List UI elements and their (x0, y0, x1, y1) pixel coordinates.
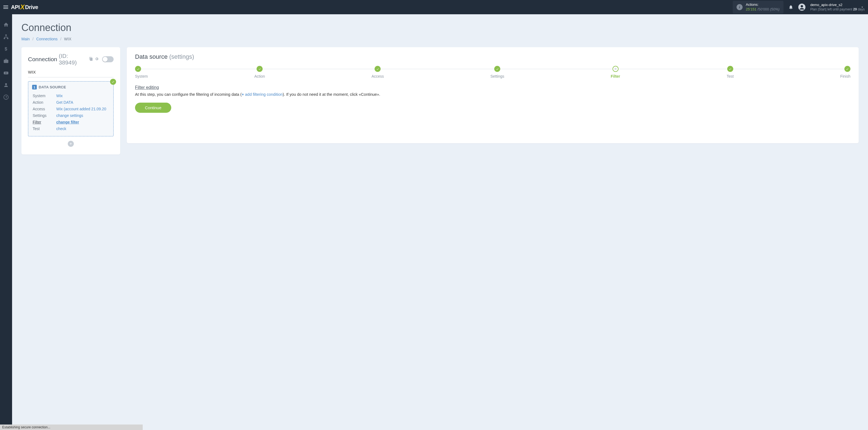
svg-text:$: $ (5, 47, 7, 52)
breadcrumb-connections[interactable]: Connections (36, 37, 58, 41)
user-block[interactable]: demo_apix-drive_s2 Plan |Start| left unt… (810, 3, 865, 11)
left-sidebar: $ ? (0, 14, 12, 162)
breadcrumb: Main / Connections / WIX (22, 37, 859, 41)
add-filter-link[interactable]: + add filtering condition (242, 92, 283, 97)
dollar-icon[interactable]: $ (0, 46, 12, 52)
bell-icon[interactable] (788, 5, 793, 10)
ds-row-test: Testcheck (33, 126, 109, 132)
page-title: Connection (22, 22, 859, 33)
actions-counter[interactable]: i Actions: 25'151 /50'000 (50%) (733, 1, 783, 13)
data-source-title: 1 DATA SOURCE (32, 85, 110, 89)
step-settings[interactable]: Settings (490, 66, 504, 79)
user-icon[interactable] (0, 82, 12, 88)
logo-api: API (11, 4, 20, 10)
logo-drive: Drive (25, 4, 38, 10)
settings-card-title: Data source (settings) (135, 53, 850, 60)
step-label: Settings (490, 74, 504, 79)
chevron-down-icon[interactable] (860, 5, 864, 9)
logo[interactable]: API X Drive (11, 3, 38, 11)
settings-card: Data source (settings) SystemActionAcces… (127, 47, 859, 143)
step-label: Finish (840, 74, 850, 79)
gear-icon[interactable] (95, 57, 99, 62)
ds-row-access: AccessWix (account added 21.09.20 (33, 106, 109, 112)
actions-pct: (50%) (770, 7, 780, 11)
ds-system-value[interactable]: Wix (56, 94, 63, 98)
sitemap-icon[interactable] (0, 34, 12, 39)
step-current-icon (613, 66, 619, 72)
connection-enable-toggle[interactable] (102, 56, 114, 62)
ds-action-value[interactable]: Get DATA (56, 100, 73, 104)
copy-icon[interactable] (89, 57, 93, 62)
svg-rect-2 (5, 35, 7, 36)
youtube-icon[interactable] (0, 70, 12, 76)
step-check-icon (375, 66, 381, 72)
stepper: SystemActionAccessSettingsFilterTestFini… (135, 66, 850, 79)
data-source-box[interactable]: 1 DATA SOURCE SystemWix ActionGet DATA A… (28, 81, 114, 136)
step-label: System (135, 74, 148, 79)
logo-x: X (20, 3, 25, 11)
step-test[interactable]: Test (727, 66, 734, 79)
step-check-icon (844, 66, 850, 72)
svg-point-7 (5, 83, 7, 85)
step-label: Action (254, 74, 265, 79)
avatar-icon[interactable] (798, 4, 805, 11)
step-check-icon (727, 66, 733, 72)
home-icon[interactable] (0, 22, 12, 27)
actions-sep: / (756, 7, 758, 11)
actions-limit: 50'000 (758, 7, 769, 11)
help-icon[interactable]: ? (0, 94, 12, 100)
step-label: Access (372, 74, 384, 79)
ds-row-settings: Settingschange settings (33, 113, 109, 119)
add-destination-button[interactable]: + (68, 141, 74, 147)
ds-filter-link[interactable]: change filter (56, 120, 79, 124)
connection-name[interactable]: WIX (28, 70, 114, 78)
connection-card: Connection (ID: 38949) WIX 1 DATA SOURCE… (22, 47, 120, 154)
section-description: At this step, you can configure the filt… (135, 92, 850, 98)
top-navbar: API X Drive i Actions: 25'151 /50'000 (5… (0, 0, 868, 14)
continue-button[interactable]: Continue (135, 103, 171, 113)
step-check-icon (135, 66, 141, 72)
ds-access-value[interactable]: Wix (account added 21.09.20 (56, 107, 109, 111)
connection-card-title: Connection (ID: 38949) (28, 53, 114, 66)
info-icon: i (737, 4, 743, 10)
svg-point-1 (801, 5, 803, 7)
section-title: Filter editing (135, 85, 850, 90)
step-action[interactable]: Action (254, 66, 265, 79)
svg-rect-3 (4, 38, 5, 39)
step-finish[interactable]: Finish (840, 66, 850, 79)
step-label: Test (727, 74, 734, 79)
breadcrumb-current: WIX (64, 37, 71, 41)
step-access[interactable]: Access (372, 66, 384, 79)
ds-row-filter: Filterchange filter (33, 119, 109, 125)
actions-used: 25'151 (746, 7, 756, 11)
data-source-number: 1 (32, 85, 37, 89)
step-check-icon (256, 66, 262, 72)
menu-toggle-icon[interactable] (3, 5, 8, 9)
svg-rect-4 (7, 38, 8, 39)
step-check-icon (494, 66, 500, 72)
ds-test-link[interactable]: check (56, 126, 66, 131)
main-area: Connection Main / Connections / WIX Conn… (12, 14, 868, 162)
actions-label: Actions: (746, 2, 780, 7)
ds-row-action: ActionGet DATA (33, 99, 109, 105)
step-system[interactable]: System (135, 66, 148, 79)
briefcase-icon[interactable] (0, 58, 12, 64)
plan-info: Plan |Start| left until payment 29 days (810, 7, 865, 12)
ds-settings-link[interactable]: change settings (56, 113, 83, 118)
breadcrumb-main[interactable]: Main (22, 37, 30, 41)
step-label: Filter (611, 74, 620, 79)
svg-text:?: ? (5, 95, 7, 99)
step-filter[interactable]: Filter (611, 66, 620, 79)
ds-row-system: SystemWix (33, 93, 109, 99)
username: demo_apix-drive_s2 (810, 3, 865, 7)
check-icon (110, 79, 116, 85)
